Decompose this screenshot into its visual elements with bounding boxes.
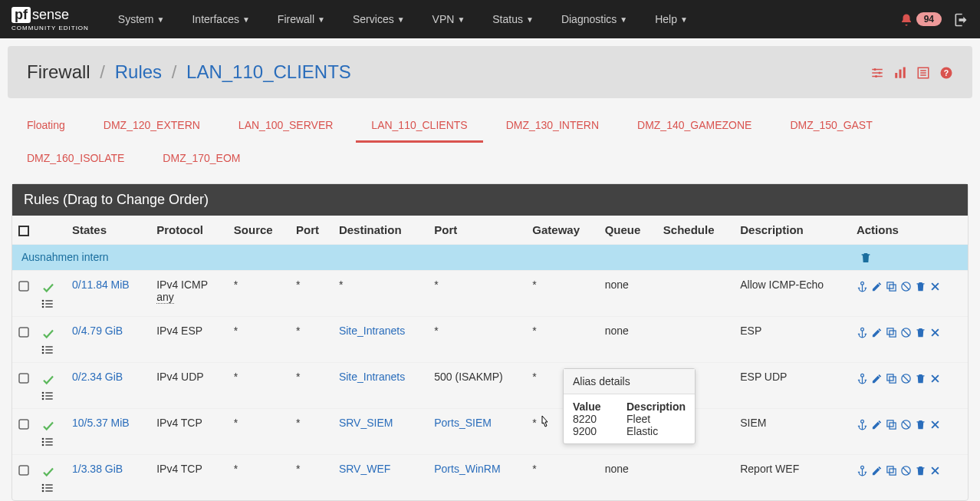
- tab-dmz-120[interactable]: DMZ_120_EXTERN: [88, 110, 215, 143]
- dport-alias[interactable]: Ports_WinRM: [434, 463, 500, 475]
- separator-delete[interactable]: [850, 245, 968, 271]
- edit-icon[interactable]: [871, 417, 883, 430]
- row-gateway: *: [526, 271, 598, 317]
- dest-alias[interactable]: Site_Intranets: [339, 325, 405, 337]
- copy-icon[interactable]: [886, 279, 897, 292]
- row-states[interactable]: 0/4.79 GiB: [66, 317, 150, 363]
- help-icon[interactable]: ?: [939, 64, 953, 81]
- row-dest: Site_Intranets: [333, 317, 428, 363]
- copy-icon[interactable]: [886, 371, 897, 384]
- anchor-icon[interactable]: [857, 417, 868, 430]
- log-icon[interactable]: [916, 64, 930, 81]
- close-icon[interactable]: [929, 325, 941, 338]
- logo[interactable]: pf sense COMMUNITY EDITION: [12, 7, 89, 31]
- tooltip-title: Alias details: [564, 369, 695, 394]
- nav-help[interactable]: Help▼: [641, 2, 702, 37]
- nav-system[interactable]: System▼: [104, 2, 179, 37]
- notification-count: 94: [916, 12, 942, 26]
- tab-floating[interactable]: Floating: [12, 110, 81, 143]
- svg-rect-43: [45, 392, 52, 393]
- anchor-icon[interactable]: [857, 279, 868, 292]
- close-icon[interactable]: [929, 279, 941, 292]
- disable-icon[interactable]: [900, 279, 912, 292]
- delete-icon[interactable]: [915, 325, 926, 338]
- row-actions: [850, 317, 968, 363]
- nav-vpn[interactable]: VPN▼: [419, 2, 479, 37]
- chart-icon[interactable]: [893, 64, 907, 81]
- close-icon[interactable]: [929, 463, 941, 476]
- row-source: *: [228, 317, 290, 363]
- copy-icon[interactable]: [886, 417, 897, 430]
- tab-dmz-160[interactable]: DMZ_160_ISOLATE: [12, 143, 140, 176]
- svg-point-44: [42, 394, 44, 397]
- svg-rect-5: [903, 67, 906, 77]
- delete-icon[interactable]: [915, 417, 926, 430]
- row-checkbox[interactable]: [12, 271, 35, 317]
- tab-dmz-170[interactable]: DMZ_170_EOM: [147, 143, 255, 176]
- row-states[interactable]: 10/5.37 MiB: [66, 409, 150, 455]
- row-checkbox[interactable]: [12, 455, 35, 501]
- close-icon[interactable]: [929, 417, 941, 430]
- col-select-all[interactable]: [12, 216, 35, 245]
- breadcrumb-interface[interactable]: LAN_110_CLIENTS: [186, 61, 351, 82]
- dest-alias[interactable]: Site_Intranets: [339, 371, 405, 383]
- row-actions: [850, 271, 968, 317]
- anchor-icon[interactable]: [857, 371, 868, 384]
- table-row[interactable]: 10/5.37 MiB IPv4 TCP * * SRV_SIEM Ports_…: [12, 409, 968, 455]
- col-schedule: Schedule: [657, 216, 734, 245]
- edit-icon[interactable]: [871, 279, 883, 292]
- row-states[interactable]: 0/11.84 MiB: [66, 271, 150, 317]
- row-status: [35, 455, 66, 501]
- row-actions: [850, 363, 968, 409]
- col-source: Source: [228, 216, 290, 245]
- close-icon[interactable]: [929, 371, 941, 384]
- nav-diagnostics[interactable]: Diagnostics▼: [548, 2, 641, 37]
- row-sport: *: [290, 317, 333, 363]
- dest-alias[interactable]: SRV_SIEM: [339, 417, 393, 429]
- table-row[interactable]: 1/3.38 GiB IPv4 TCP * * SRV_WEF Ports_Wi…: [12, 455, 968, 501]
- anchor-icon[interactable]: [857, 463, 868, 476]
- disable-icon[interactable]: [900, 417, 912, 430]
- row-states[interactable]: 0/2.34 GiB: [66, 363, 150, 409]
- svg-rect-49: [887, 374, 893, 380]
- disable-icon[interactable]: [900, 325, 912, 338]
- row-states[interactable]: 1/3.38 GiB: [66, 455, 150, 501]
- delete-icon[interactable]: [915, 371, 926, 384]
- nav-services[interactable]: Services▼: [339, 2, 419, 37]
- copy-icon[interactable]: [886, 463, 897, 476]
- nav-firewall[interactable]: Firewall▼: [264, 2, 339, 37]
- header-actions: ?: [870, 64, 953, 81]
- row-checkbox[interactable]: [12, 317, 35, 363]
- logout-icon[interactable]: [953, 11, 968, 27]
- tab-lan-100[interactable]: LAN_100_SERVER: [223, 110, 348, 143]
- table-row[interactable]: 0/4.79 GiB IPv4 ESP * * Site_Intranets *…: [12, 317, 968, 363]
- dport-alias[interactable]: Ports_SIEM: [434, 417, 492, 429]
- row-sport: *: [290, 409, 333, 455]
- table-row[interactable]: 0/11.84 MiB IPv4 ICMPany * * * * * none …: [12, 271, 968, 317]
- settings-icon[interactable]: [870, 64, 884, 81]
- dest-alias[interactable]: SRV_WEF: [339, 463, 390, 475]
- nav-interfaces[interactable]: Interfaces▼: [178, 2, 263, 37]
- tab-dmz-140[interactable]: DMZ_140_GAMEZONE: [622, 110, 767, 143]
- disable-icon[interactable]: [900, 371, 912, 384]
- delete-icon[interactable]: [915, 463, 926, 476]
- breadcrumb-rules[interactable]: Rules: [115, 61, 162, 82]
- tab-dmz-130[interactable]: DMZ_130_INTERN: [491, 110, 614, 143]
- copy-icon[interactable]: [886, 325, 897, 338]
- edit-icon[interactable]: [871, 463, 883, 476]
- row-description: ESP: [734, 317, 850, 363]
- tab-lan-110[interactable]: LAN_110_CLIENTS: [356, 110, 482, 143]
- row-checkbox[interactable]: [12, 363, 35, 409]
- tab-dmz-150[interactable]: DMZ_150_GAST: [774, 110, 887, 143]
- disable-icon[interactable]: [900, 463, 912, 476]
- anchor-icon[interactable]: [857, 325, 868, 338]
- svg-text:?: ?: [944, 68, 949, 77]
- edit-icon[interactable]: [871, 325, 883, 338]
- edit-icon[interactable]: [871, 371, 883, 384]
- notifications[interactable]: 94: [899, 12, 942, 28]
- delete-icon[interactable]: [915, 279, 926, 292]
- nav-status[interactable]: Status▼: [478, 2, 548, 37]
- row-actions: [850, 455, 968, 501]
- row-checkbox[interactable]: [12, 409, 35, 455]
- table-row[interactable]: 0/2.34 GiB IPv4 UDP * * Site_Intranets 5…: [12, 363, 968, 409]
